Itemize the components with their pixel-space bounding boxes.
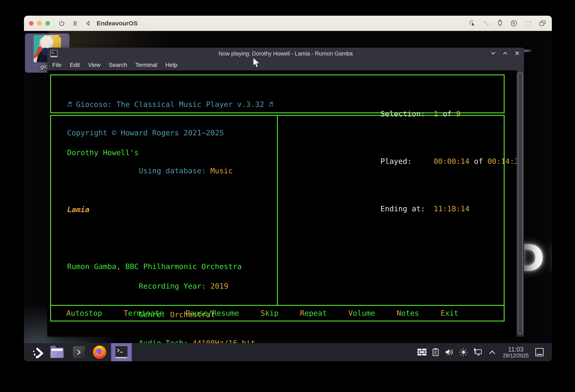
- taskbar: 11:03 29/12/2025: [24, 343, 552, 361]
- mouse-cursor: [252, 57, 261, 69]
- vm-titlebar: EndeavourOS: [24, 16, 552, 31]
- pause-resume-button[interactable]: Pause/Resume: [185, 308, 239, 318]
- terminal-menubar: File Edit View Search Terminal Help: [47, 60, 524, 70]
- vm-window: EndeavourOS: [24, 16, 552, 361]
- shared-folder-icon[interactable]: [524, 20, 532, 27]
- exit-button[interactable]: Exit: [441, 308, 458, 318]
- composer: Dorothy Howell's: [67, 148, 242, 157]
- hotkeys-box: Autostop Terminate Pause/Resume Skip Rep…: [50, 305, 504, 322]
- close-button[interactable]: [29, 21, 33, 26]
- repeat-button[interactable]: Repeat: [300, 308, 327, 318]
- desktop: DE gioco Now playin: [24, 31, 552, 361]
- back-icon[interactable]: [85, 20, 91, 27]
- terminate-button[interactable]: Terminate: [123, 308, 164, 318]
- vm-window-title: EndeavourOS: [97, 20, 138, 27]
- firefox-button[interactable]: [90, 343, 109, 361]
- terminal-content: ♬ Giocoso: The Classical Music Player v.…: [47, 70, 524, 337]
- pause-icon[interactable]: [72, 20, 78, 27]
- screenshot-stage: EndeavourOS: [0, 0, 575, 392]
- banner-line1: ♬ Giocoso: The Classical Music Player v.…: [67, 100, 273, 109]
- clipboard-icon[interactable]: [432, 348, 439, 356]
- menu-file[interactable]: File: [52, 62, 62, 68]
- firewall-icon[interactable]: [417, 348, 427, 356]
- clock-date: 29/12/2025: [503, 353, 529, 358]
- pane-divider: [277, 116, 278, 305]
- console-icon: [73, 346, 85, 358]
- menu-edit[interactable]: Edit: [70, 62, 80, 68]
- app-menu-button[interactable]: [30, 343, 46, 361]
- terminal-scrollbar[interactable]: [517, 70, 524, 337]
- skip-button[interactable]: Skip: [261, 308, 279, 318]
- usb-icon[interactable]: [497, 19, 503, 27]
- meta-audio-tech: Audio Tech: 44100Hz/16-bit: [67, 329, 255, 338]
- meta-year: Recording Year: 2019: [67, 272, 255, 282]
- terminal-title: Now playing: Dorothy Howell - Lamia - Ru…: [47, 48, 524, 60]
- folder-icon: [50, 348, 64, 358]
- clock-time: 11:03: [503, 346, 529, 353]
- terminal-minimize-icon[interactable]: [490, 50, 496, 57]
- menu-help[interactable]: Help: [166, 62, 177, 68]
- menu-view[interactable]: View: [88, 62, 100, 68]
- terminal-task-button-active[interactable]: [111, 343, 132, 361]
- show-desktop-button[interactable]: [535, 348, 544, 356]
- menu-search[interactable]: Search: [109, 62, 127, 68]
- terminal-scrollbar-thumb[interactable]: [518, 72, 523, 334]
- terminal-task-icon: [115, 346, 128, 359]
- hotkeys-row: Autostop Terminate Pause/Resume Skip Rep…: [51, 306, 504, 321]
- menu-terminal[interactable]: Terminal: [135, 62, 157, 68]
- cursor-click-icon[interactable]: [469, 20, 476, 27]
- network-display-icon[interactable]: [473, 348, 483, 356]
- firefox-icon: [93, 346, 106, 359]
- expand-tray-icon[interactable]: [488, 349, 496, 355]
- terminal-close-icon[interactable]: [514, 50, 520, 57]
- terminal-window-buttons: [490, 48, 520, 60]
- vm-toolbar-right: [469, 16, 547, 31]
- terminal-titlebar[interactable]: Now playing: Dorothy Howell - Lamia - Ru…: [47, 48, 524, 60]
- brightness-icon[interactable]: [459, 348, 468, 356]
- nowplaying-box: Dorothy Howell's Lamia Rumon Gamba, BBC …: [50, 115, 504, 305]
- power-icon[interactable]: [58, 20, 65, 27]
- terminal-window: Now playing: Dorothy Howell - Lamia - Ru…: [47, 48, 524, 337]
- zoom-button[interactable]: [46, 21, 50, 26]
- autostop-button[interactable]: Autostop: [66, 308, 102, 318]
- giocoso-header-box: ♬ Giocoso: The Classical Music Player v.…: [50, 74, 504, 113]
- optical-disc-icon[interactable]: [510, 20, 518, 27]
- terminal-maximize-icon[interactable]: [502, 50, 508, 57]
- file-manager-button[interactable]: [48, 343, 66, 361]
- minimize-button[interactable]: [37, 21, 42, 26]
- resize-diagonal-icon[interactable]: [483, 20, 490, 27]
- console-app-button[interactable]: [71, 343, 87, 361]
- notes-button[interactable]: Notes: [397, 308, 419, 318]
- taskbar-clock[interactable]: 11:03 29/12/2025: [502, 346, 530, 358]
- windows-copy-icon[interactable]: [539, 20, 547, 27]
- audio-muted-icon[interactable]: [445, 348, 454, 356]
- traffic-lights: [29, 21, 50, 26]
- system-tray: 11:03 29/12/2025: [417, 343, 544, 361]
- volume-button[interactable]: Volume: [348, 308, 375, 318]
- work-title: Lamia: [67, 205, 242, 214]
- vm-controls: [58, 20, 91, 27]
